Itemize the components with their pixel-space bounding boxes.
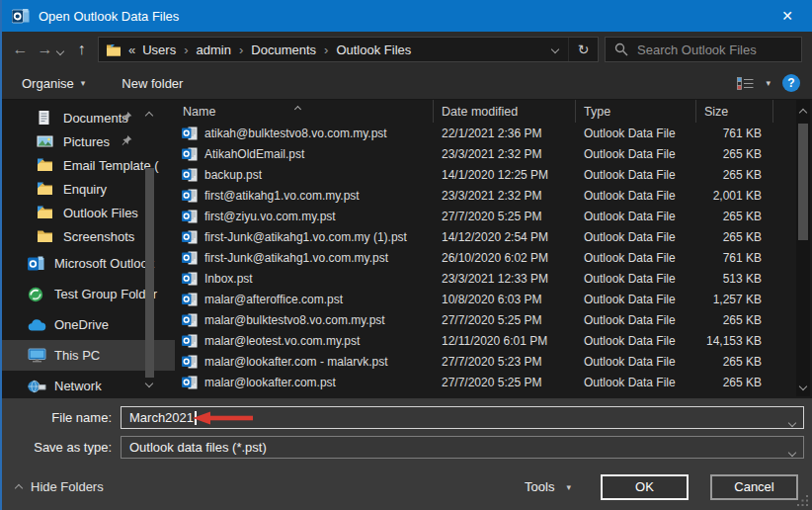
sidebar-scroll-up-icon[interactable] [146,107,152,122]
file-name: malar@afteroffice.com.pst [204,293,343,306]
list-scroll-down-icon[interactable] [800,378,806,392]
file-name: first-Junk@atikahg1.vo.com.my (1).pst [204,230,407,244]
resize-grip-icon[interactable] [797,495,809,507]
sidebar-scroll-down-icon[interactable] [146,375,152,389]
onedrive-icon [28,319,46,331]
save-as-type-dropdown-icon[interactable] [789,444,795,459]
breadcrumb: Users›admin›Documents›Outlook Files [142,42,411,57]
file-row-atikah-bulktestvo8-vo-com-my-pst[interactable]: atikah@bulktestvo8.vo.com.my.pst22/1/202… [175,123,796,143]
sidebar-item-label: Outlook Files [63,206,138,220]
file-name: first@ziyu.vo.com.my.pst [204,210,336,223]
save-as-type-select[interactable]: Outlook data files (*.pst) [121,436,804,459]
file-row-malar-leotest-vo-com-my-pst[interactable]: malar@leotest.vo.com.my.pst12/11/2020 6:… [175,330,796,351]
file-row-atikaholdemail-pst[interactable]: AtikahOldEmail.pst23/3/2021 2:32 PMOutlo… [175,143,796,164]
file-date-modified: 22/1/2021 2:36 PM [434,127,576,140]
file-name-label: File name: [2,410,121,425]
file-date-modified: 27/7/2020 5:25 PM [434,313,576,327]
pst-file-icon [182,251,198,265]
sidebar-item-label: Microsoft Outlook [54,256,154,271]
sidebar: DocumentsPicturesEmail Template (Enquiry… [2,100,175,398]
file-row-first-ziyu-vo-com-my-pst[interactable]: first@ziyu.vo.com.my.pst27/7/2020 5:25 P… [175,206,796,226]
breadcrumb-collapse-icon[interactable]: « [128,42,135,57]
file-row-malar-lookafter-com-pst[interactable]: malar@lookafter.com.pst27/7/2020 5:25 PM… [175,372,796,392]
search-input[interactable] [637,42,792,57]
list-scrollbar-thumb[interactable] [798,124,808,240]
file-type: Outlook Data File [576,376,696,389]
ok-button[interactable]: OK [601,474,689,500]
organise-label: Organise [22,76,74,91]
file-type: Outlook Data File [576,127,696,140]
sidebar-scrollbar-thumb[interactable] [145,168,154,378]
file-date-modified: 12/11/2020 6:01 PM [434,334,576,348]
column-header-size[interactable]: Size [696,100,773,123]
pst-file-icon [182,293,198,306]
column-header-date-modified[interactable]: Date modified [434,100,576,123]
sidebar-item-label: Test Group Folder [54,287,157,301]
breadcrumb-item-documents[interactable]: Documents [251,42,316,57]
sidebar-scrollbar[interactable] [143,105,156,391]
list-scroll-up-icon[interactable] [800,104,806,119]
file-row-first-atikahg1-vo-com-my-pst[interactable]: first@atikahg1.vo.com.my.pst23/3/2021 2:… [175,185,796,206]
pst-file-icon [182,355,198,369]
forward-icon[interactable]: → [33,41,57,58]
file-name: malar@lookafter.com.pst [204,376,336,389]
network-icon [28,380,46,393]
refresh-icon[interactable]: ↻ [568,38,598,61]
file-row-first-junk-atikahg1-vo-com-my-1-pst[interactable]: first-Junk@atikahg1.vo.com.my (1).pst14/… [175,226,796,247]
file-list-body: atikah@bulktestvo8.vo.com.my.pst22/1/202… [175,123,796,398]
pst-file-icon [182,147,198,161]
organise-button[interactable]: Organise ▾ [22,76,85,91]
close-icon[interactable]: ✕ [772,8,802,24]
pst-file-icon [182,313,198,327]
this-pc-icon [28,348,46,363]
recent-locations-chevron-icon[interactable] [57,42,63,57]
address-bar[interactable]: « Users›admin›Documents›Outlook Files ↻ [98,37,599,62]
search-box[interactable] [605,37,802,62]
breadcrumb-item-users[interactable]: Users [142,42,176,57]
pst-file-icon [182,210,198,223]
file-name: Inbox.pst [204,272,253,286]
address-dropdown-chevron-icon[interactable] [542,46,568,52]
save-as-type-value: Outlook data files (*.pst) [129,440,267,455]
documents-icon [37,110,55,126]
back-icon[interactable]: ← [8,41,33,58]
file-name: first-Junk@atikahg1.vo.com.my.pst [204,251,388,265]
text-caret [195,411,197,425]
view-details-icon[interactable] [737,77,754,90]
file-row-backup-pst[interactable]: backup.pst14/1/2020 12:25 PMOutlook Data… [175,164,796,185]
file-size: 2,001 KB [696,189,773,203]
file-row-first-junk-atikahg1-vo-com-my-pst[interactable]: first-Junk@atikahg1.vo.com.my.pst26/10/2… [175,247,796,268]
help-icon[interactable]: ? [782,74,800,92]
file-type: Outlook Data File [576,230,696,244]
group-folder-icon [28,287,46,302]
pictures-icon [37,134,55,148]
view-dropdown-chevron-icon[interactable]: ▾ [766,78,771,88]
file-date-modified: 10/8/2020 6:03 PM [434,293,576,306]
tools-button[interactable]: Tools ▾ [525,479,571,494]
column-header-type[interactable]: Type [576,100,696,123]
hide-folders-button[interactable]: Hide Folders [16,479,104,494]
file-list-scrollbar[interactable] [796,100,810,396]
file-type: Outlook Data File [576,251,696,265]
navigation-bar: ← → ↑ « Users›admin›Documents›Outlook Fi… [2,32,812,67]
breadcrumb-separator-icon: › [316,42,336,57]
file-size: 265 KB [696,210,773,223]
file-row-malar-lookafter-com-malarvk-pst[interactable]: malar@lookafter.com - malarvk.pst27/7/20… [175,351,796,372]
file-row-malar-afteroffice-com-pst[interactable]: malar@afteroffice.com.pst10/8/2020 6:03 … [175,289,796,309]
file-type: Outlook Data File [576,210,696,223]
breadcrumb-separator-icon: › [176,42,196,57]
cancel-button[interactable]: Cancel [710,474,798,500]
open-outlook-data-files-dialog: Open Outlook Data Files ✕ ← → ↑ « Users›… [0,0,812,510]
window-title: Open Outlook Data Files [39,9,179,24]
file-name-input[interactable]: March2021 [121,406,804,429]
file-name-dropdown-icon[interactable] [789,414,795,429]
up-icon[interactable]: ↑ [69,41,94,58]
breadcrumb-item-outlook-files[interactable]: Outlook Files [336,42,411,57]
breadcrumb-item-admin[interactable]: admin [197,42,231,57]
file-row-malar-bulktestvo8-vo-com-my-pst[interactable]: malar@bulktestvo8.vo.com.my.pst27/7/2020… [175,309,796,330]
column-header-name[interactable]: Name [175,100,434,123]
new-folder-button[interactable]: New folder [122,76,183,91]
new-folder-label: New folder [122,76,183,91]
file-date-modified: 23/3/2021 2:32 PM [434,147,576,161]
file-row-inbox-pst[interactable]: Inbox.pst23/3/2021 12:33 PMOutlook Data … [175,268,796,289]
